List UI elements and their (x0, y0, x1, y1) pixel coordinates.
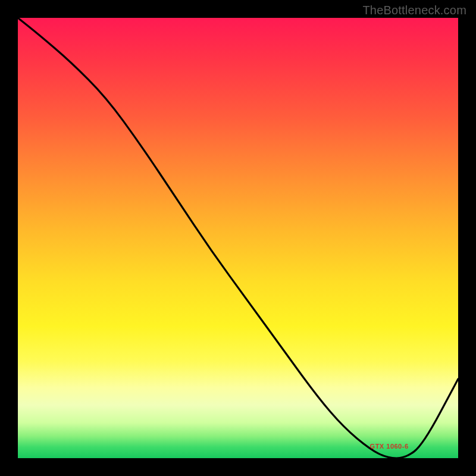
annotation-label: GTX 1060-6 (370, 443, 409, 450)
line-curve (18, 18, 458, 458)
plot-area: GTX 1060-6 (18, 18, 458, 458)
attribution-text: TheBottleneck.com (362, 4, 466, 17)
chart-container: TheBottleneck.com GTX 1060-6 (0, 0, 476, 476)
